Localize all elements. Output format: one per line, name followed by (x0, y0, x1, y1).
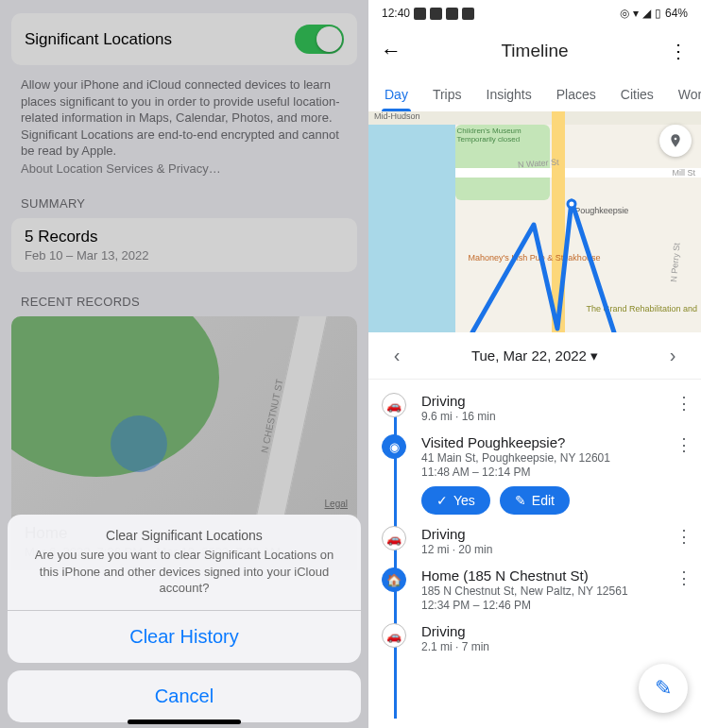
edit-fab-button[interactable]: ✎ (639, 664, 688, 713)
timeline-tabs: Day Trips Insights Places Cities World (368, 76, 701, 111)
statusbar-notification-icon (462, 8, 474, 20)
overflow-menu-button[interactable]: ⋮ (665, 40, 692, 62)
selected-date[interactable]: Tue, Mar 22, 2022 ▾ (471, 347, 598, 364)
event-address: 41 Main St, Poughkeepsie, NY 12601 (421, 451, 671, 465)
summary-card[interactable]: 5 Records Feb 10 – Mar 13, 2022 (11, 218, 357, 272)
tab-world[interactable]: World (666, 87, 701, 111)
visit-icon: ◉ (382, 434, 406, 459)
my-location-button[interactable] (659, 125, 692, 157)
timeline-map[interactable]: Mid-Hudson Children's Museum Temporarily… (368, 111, 701, 332)
title-bar: ← Timeline ⋮ (368, 26, 701, 76)
page-title: Timeline (404, 41, 665, 61)
svg-point-0 (568, 200, 575, 208)
car-icon: 🚗 (382, 623, 406, 648)
location-pin-icon (668, 133, 683, 148)
statusbar-notification-icon (430, 8, 442, 20)
battery-percent: 64% (665, 7, 688, 20)
check-icon: ✓ (436, 493, 448, 508)
event-time-range: 12:34 PM – 12:46 PM (421, 599, 671, 612)
edit-button[interactable]: ✎Edit (500, 486, 570, 515)
signal-icon: ◢ (642, 7, 651, 20)
summary-date-range: Feb 10 – Mar 13, 2022 (25, 248, 344, 262)
cancel-button[interactable]: Cancel (8, 670, 361, 722)
event-title: Home (185 N Chestnut St) (421, 567, 671, 584)
statusbar-notification-icon (414, 8, 426, 20)
timeline-event[interactable]: 🚗 Driving 12 mi · 20 min ⋮ (368, 520, 701, 562)
summary-records-count: 5 Records (25, 228, 344, 246)
event-title: Driving (421, 393, 671, 409)
timeline-event[interactable]: 🏠 Home (185 N Chestnut St) 185 N Chestnu… (368, 562, 701, 618)
recent-records-map[interactable]: N CHESTNUT ST Legal (11, 316, 357, 515)
timeline-event[interactable]: ◉ Visited Poughkeepsie? 41 Main St, Poug… (368, 429, 701, 520)
event-subtitle: 12 mi · 20 min (421, 543, 671, 556)
timeline-events-list[interactable]: 🚗 Driving 9.6 mi · 16 min ⋮ ◉ Visited Po… (368, 380, 701, 728)
location-icon: ◎ (620, 7, 629, 20)
event-menu-button[interactable]: ⋮ (675, 526, 693, 547)
google-maps-timeline-screen: 12:40 ◎ ▾ ◢ ▯ 64% ← Timeline ⋮ Day Trips… (368, 0, 701, 728)
event-menu-button[interactable]: ⋮ (675, 567, 693, 588)
home-icon: 🏠 (382, 567, 406, 592)
summary-section-header: SUMMARY (0, 176, 368, 216)
recent-records-section-header: RECENT RECORDS (0, 274, 368, 314)
event-address: 185 N Chestnut St, New Paltz, NY 12561 (421, 584, 671, 598)
event-menu-button[interactable]: ⋮ (675, 393, 693, 414)
event-menu-button[interactable]: ⋮ (675, 434, 693, 455)
clear-history-button[interactable]: Clear History (8, 610, 361, 663)
tab-trips[interactable]: Trips (420, 87, 474, 111)
status-bar: 12:40 ◎ ▾ ◢ ▯ 64% (368, 0, 701, 26)
battery-icon: ▯ (655, 7, 661, 20)
tab-cities[interactable]: Cities (608, 87, 666, 111)
back-button[interactable]: ← (378, 39, 404, 63)
significant-locations-row: Significant Locations (11, 13, 357, 65)
tab-insights[interactable]: Insights (474, 87, 544, 111)
route-path (368, 111, 701, 332)
sheet-message: Are you sure you want to clear Significa… (8, 547, 361, 610)
clear-history-action-sheet: Clear Significant Locations Are you sure… (8, 515, 361, 722)
confirm-yes-button[interactable]: ✓Yes (421, 486, 490, 515)
map-legal-link[interactable]: Legal (325, 499, 348, 509)
event-subtitle: 9.6 mi · 16 min (421, 410, 671, 423)
event-time-range: 11:48 AM – 12:14 PM (421, 466, 671, 479)
ios-significant-locations-screen: Significant Locations Allow your iPhone … (0, 0, 368, 728)
next-day-button[interactable]: › (661, 345, 684, 366)
sheet-title: Clear Significant Locations (8, 515, 361, 547)
about-privacy-link[interactable]: About Location Services & Privacy… (0, 161, 368, 176)
car-icon: 🚗 (382, 393, 406, 417)
tab-day[interactable]: Day (372, 87, 420, 111)
wifi-icon: ▾ (633, 7, 639, 20)
significant-locations-title: Significant Locations (25, 30, 172, 49)
significant-locations-toggle[interactable] (295, 25, 344, 54)
event-title: Driving (421, 623, 690, 639)
statusbar-notification-icon (446, 8, 458, 20)
prev-day-button[interactable]: ‹ (385, 345, 408, 366)
location-accuracy-circle (111, 415, 167, 472)
pencil-icon: ✎ (515, 493, 526, 508)
event-subtitle: 2.1 mi · 7 min (421, 640, 690, 653)
statusbar-time: 12:40 (382, 7, 410, 20)
date-selector-row: ‹ Tue, Mar 22, 2022 ▾ › (368, 332, 701, 380)
pencil-icon: ✎ (655, 676, 672, 701)
tab-places[interactable]: Places (544, 87, 608, 111)
car-icon: 🚗 (382, 526, 406, 550)
event-title: Driving (421, 526, 671, 542)
timeline-event[interactable]: 🚗 Driving 9.6 mi · 16 min ⋮ (368, 387, 701, 429)
description-text: Allow your iPhone and iCloud connected d… (0, 71, 368, 161)
home-indicator[interactable] (128, 720, 241, 724)
timeline-event[interactable]: 🚗 Driving 2.1 mi · 7 min (368, 618, 701, 659)
event-title: Visited Poughkeepsie? (421, 434, 671, 450)
